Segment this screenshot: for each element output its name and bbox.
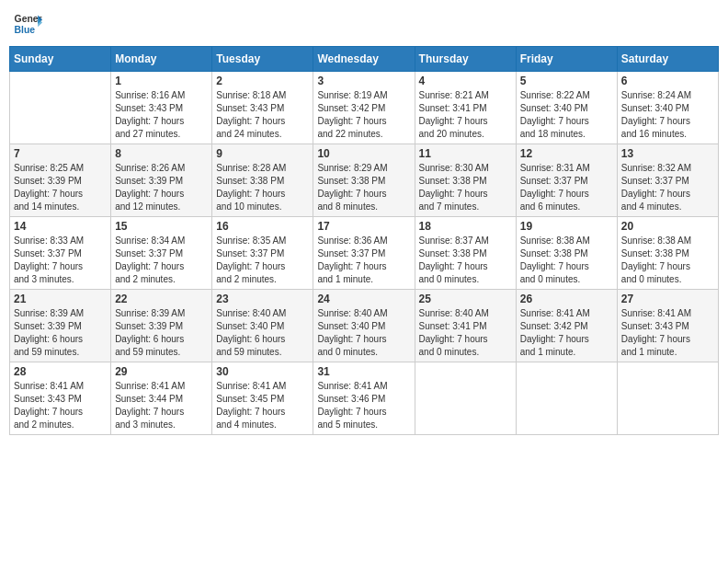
day-number: 28 bbox=[14, 365, 107, 378]
day-info: Sunrise: 8:16 AM Sunset: 3:43 PM Dayligh… bbox=[115, 89, 208, 141]
day-number: 7 bbox=[14, 147, 107, 160]
calendar-cell: 18Sunrise: 8:37 AM Sunset: 3:38 PM Dayli… bbox=[415, 217, 516, 290]
day-number: 31 bbox=[317, 365, 410, 378]
calendar-cell: 14Sunrise: 8:33 AM Sunset: 3:37 PM Dayli… bbox=[10, 217, 111, 290]
day-number: 16 bbox=[216, 220, 309, 233]
day-number: 4 bbox=[419, 75, 512, 87]
day-number: 30 bbox=[216, 365, 309, 378]
calendar-cell: 30Sunrise: 8:41 AM Sunset: 3:45 PM Dayli… bbox=[212, 362, 313, 435]
day-number: 10 bbox=[317, 147, 410, 160]
weekday-header: Sunday bbox=[10, 47, 111, 72]
day-number: 11 bbox=[419, 147, 512, 160]
weekday-header: Friday bbox=[516, 47, 617, 72]
day-info: Sunrise: 8:40 AM Sunset: 3:40 PM Dayligh… bbox=[216, 307, 309, 359]
page-header: General Blue bbox=[9, 9, 719, 39]
calendar-cell: 29Sunrise: 8:41 AM Sunset: 3:44 PM Dayli… bbox=[111, 362, 212, 435]
calendar-cell bbox=[10, 72, 111, 144]
day-number: 15 bbox=[115, 220, 208, 233]
calendar-cell: 4Sunrise: 8:21 AM Sunset: 3:41 PM Daylig… bbox=[415, 72, 516, 144]
calendar-cell: 15Sunrise: 8:34 AM Sunset: 3:37 PM Dayli… bbox=[111, 217, 212, 290]
day-info: Sunrise: 8:38 AM Sunset: 3:38 PM Dayligh… bbox=[520, 235, 613, 286]
day-number: 21 bbox=[14, 293, 107, 305]
calendar-week-row: 1Sunrise: 8:16 AM Sunset: 3:43 PM Daylig… bbox=[10, 72, 719, 144]
weekday-header-row: SundayMondayTuesdayWednesdayThursdayFrid… bbox=[10, 47, 719, 72]
day-info: Sunrise: 8:30 AM Sunset: 3:38 PM Dayligh… bbox=[419, 162, 512, 213]
calendar-cell: 7Sunrise: 8:25 AM Sunset: 3:39 PM Daylig… bbox=[10, 144, 111, 217]
calendar-cell: 12Sunrise: 8:31 AM Sunset: 3:37 PM Dayli… bbox=[516, 144, 617, 217]
day-number: 18 bbox=[419, 220, 512, 233]
day-info: Sunrise: 8:38 AM Sunset: 3:38 PM Dayligh… bbox=[621, 235, 714, 286]
day-number: 27 bbox=[621, 293, 714, 305]
svg-text:Blue: Blue bbox=[15, 25, 36, 35]
calendar-cell: 24Sunrise: 8:40 AM Sunset: 3:40 PM Dayli… bbox=[313, 290, 415, 362]
weekday-header: Thursday bbox=[415, 47, 516, 72]
calendar-cell: 25Sunrise: 8:40 AM Sunset: 3:41 PM Dayli… bbox=[415, 290, 516, 362]
day-info: Sunrise: 8:34 AM Sunset: 3:37 PM Dayligh… bbox=[115, 235, 208, 286]
day-number: 20 bbox=[621, 220, 714, 233]
day-info: Sunrise: 8:32 AM Sunset: 3:37 PM Dayligh… bbox=[621, 162, 714, 213]
calendar-table: SundayMondayTuesdayWednesdayThursdayFrid… bbox=[9, 46, 719, 435]
calendar-cell: 20Sunrise: 8:38 AM Sunset: 3:38 PM Dayli… bbox=[617, 217, 718, 290]
day-info: Sunrise: 8:37 AM Sunset: 3:38 PM Dayligh… bbox=[419, 235, 512, 286]
day-number: 6 bbox=[621, 75, 714, 87]
day-info: Sunrise: 8:26 AM Sunset: 3:39 PM Dayligh… bbox=[115, 162, 208, 213]
day-info: Sunrise: 8:35 AM Sunset: 3:37 PM Dayligh… bbox=[216, 235, 309, 286]
calendar-cell: 17Sunrise: 8:36 AM Sunset: 3:37 PM Dayli… bbox=[313, 217, 415, 290]
day-number: 17 bbox=[317, 220, 410, 233]
calendar-cell: 11Sunrise: 8:30 AM Sunset: 3:38 PM Dayli… bbox=[415, 144, 516, 217]
day-number: 1 bbox=[115, 75, 208, 87]
calendar-cell bbox=[415, 362, 516, 435]
day-info: Sunrise: 8:24 AM Sunset: 3:40 PM Dayligh… bbox=[621, 89, 714, 141]
calendar-week-row: 7Sunrise: 8:25 AM Sunset: 3:39 PM Daylig… bbox=[10, 144, 719, 217]
day-info: Sunrise: 8:31 AM Sunset: 3:37 PM Dayligh… bbox=[520, 162, 613, 213]
weekday-header: Wednesday bbox=[313, 47, 415, 72]
day-number: 12 bbox=[520, 147, 613, 160]
weekday-header: Tuesday bbox=[212, 47, 313, 72]
calendar-cell: 23Sunrise: 8:40 AM Sunset: 3:40 PM Dayli… bbox=[212, 290, 313, 362]
day-number: 26 bbox=[520, 293, 613, 305]
day-number: 29 bbox=[115, 365, 208, 378]
calendar-cell: 27Sunrise: 8:41 AM Sunset: 3:43 PM Dayli… bbox=[617, 290, 718, 362]
weekday-header: Saturday bbox=[617, 47, 718, 72]
day-info: Sunrise: 8:41 AM Sunset: 3:42 PM Dayligh… bbox=[520, 307, 613, 359]
day-info: Sunrise: 8:41 AM Sunset: 3:44 PM Dayligh… bbox=[115, 380, 208, 431]
day-number: 25 bbox=[419, 293, 512, 305]
calendar-week-row: 21Sunrise: 8:39 AM Sunset: 3:39 PM Dayli… bbox=[10, 290, 719, 362]
logo: General Blue bbox=[13, 9, 44, 39]
calendar-cell: 31Sunrise: 8:41 AM Sunset: 3:46 PM Dayli… bbox=[313, 362, 415, 435]
day-number: 23 bbox=[216, 293, 309, 305]
day-number: 19 bbox=[520, 220, 613, 233]
day-info: Sunrise: 8:19 AM Sunset: 3:42 PM Dayligh… bbox=[317, 89, 410, 141]
logo-icon: General Blue bbox=[13, 9, 42, 39]
calendar-cell: 22Sunrise: 8:39 AM Sunset: 3:39 PM Dayli… bbox=[111, 290, 212, 362]
day-number: 22 bbox=[115, 293, 208, 305]
calendar-cell: 13Sunrise: 8:32 AM Sunset: 3:37 PM Dayli… bbox=[617, 144, 718, 217]
day-info: Sunrise: 8:40 AM Sunset: 3:41 PM Dayligh… bbox=[419, 307, 512, 359]
day-number: 14 bbox=[14, 220, 107, 233]
calendar-cell: 28Sunrise: 8:41 AM Sunset: 3:43 PM Dayli… bbox=[10, 362, 111, 435]
day-info: Sunrise: 8:33 AM Sunset: 3:37 PM Dayligh… bbox=[14, 235, 107, 286]
calendar-cell: 21Sunrise: 8:39 AM Sunset: 3:39 PM Dayli… bbox=[10, 290, 111, 362]
calendar-cell: 8Sunrise: 8:26 AM Sunset: 3:39 PM Daylig… bbox=[111, 144, 212, 217]
day-info: Sunrise: 8:18 AM Sunset: 3:43 PM Dayligh… bbox=[216, 89, 309, 141]
calendar-cell: 2Sunrise: 8:18 AM Sunset: 3:43 PM Daylig… bbox=[212, 72, 313, 144]
day-info: Sunrise: 8:21 AM Sunset: 3:41 PM Dayligh… bbox=[419, 89, 512, 141]
calendar-cell bbox=[516, 362, 617, 435]
calendar-week-row: 28Sunrise: 8:41 AM Sunset: 3:43 PM Dayli… bbox=[10, 362, 719, 435]
calendar-cell: 9Sunrise: 8:28 AM Sunset: 3:38 PM Daylig… bbox=[212, 144, 313, 217]
day-info: Sunrise: 8:29 AM Sunset: 3:38 PM Dayligh… bbox=[317, 162, 410, 213]
day-info: Sunrise: 8:36 AM Sunset: 3:37 PM Dayligh… bbox=[317, 235, 410, 286]
day-number: 9 bbox=[216, 147, 309, 160]
day-info: Sunrise: 8:39 AM Sunset: 3:39 PM Dayligh… bbox=[14, 307, 107, 359]
day-info: Sunrise: 8:39 AM Sunset: 3:39 PM Dayligh… bbox=[115, 307, 208, 359]
day-info: Sunrise: 8:41 AM Sunset: 3:45 PM Dayligh… bbox=[216, 380, 309, 431]
day-number: 5 bbox=[520, 75, 613, 87]
calendar-cell: 16Sunrise: 8:35 AM Sunset: 3:37 PM Dayli… bbox=[212, 217, 313, 290]
day-info: Sunrise: 8:41 AM Sunset: 3:46 PM Dayligh… bbox=[317, 380, 410, 431]
day-info: Sunrise: 8:41 AM Sunset: 3:43 PM Dayligh… bbox=[14, 380, 107, 431]
day-number: 2 bbox=[216, 75, 309, 87]
calendar-week-row: 14Sunrise: 8:33 AM Sunset: 3:37 PM Dayli… bbox=[10, 217, 719, 290]
calendar-cell bbox=[617, 362, 718, 435]
calendar-cell: 1Sunrise: 8:16 AM Sunset: 3:43 PM Daylig… bbox=[111, 72, 212, 144]
calendar-cell: 3Sunrise: 8:19 AM Sunset: 3:42 PM Daylig… bbox=[313, 72, 415, 144]
